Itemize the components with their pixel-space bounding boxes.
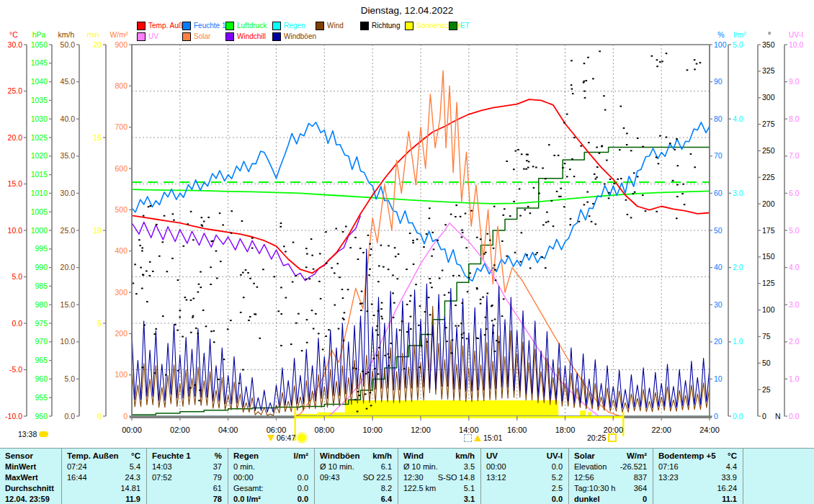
svg-text:500: 500 xyxy=(115,205,128,214)
svg-text:08:00: 08:00 xyxy=(315,426,335,434)
svg-text:950: 950 xyxy=(35,412,48,420)
svg-text:10.0: 10.0 xyxy=(789,40,804,49)
col-unit: km/h xyxy=(372,451,392,460)
svg-text:UV-I: UV-I xyxy=(789,30,803,39)
svg-text:15: 15 xyxy=(93,133,102,142)
svg-text:2.0: 2.0 xyxy=(789,337,800,346)
svg-text:18:00: 18:00 xyxy=(555,426,576,434)
svg-text:400: 400 xyxy=(115,246,128,255)
table-cell-row: 13:125.2 xyxy=(481,472,568,483)
svg-text:3.0: 3.0 xyxy=(733,189,743,197)
svg-text:30.0: 30.0 xyxy=(61,189,76,197)
svg-text:20: 20 xyxy=(714,337,723,346)
cell-label: 07:24 xyxy=(67,462,87,471)
table-row-label: 12.04. 23:59 xyxy=(0,493,61,504)
svg-text:2.0: 2.0 xyxy=(733,263,743,271)
svg-text:100: 100 xyxy=(115,370,128,379)
svg-text:5: 5 xyxy=(97,319,102,328)
cell-value: 78 xyxy=(213,495,222,503)
svg-text:325: 325 xyxy=(762,66,775,75)
svg-text:995: 995 xyxy=(35,244,48,253)
table-column-uv: UVUV-I00:000.013:125.22.50.0 xyxy=(481,449,569,504)
cell-value: 24.3 xyxy=(125,473,140,482)
table-cell-row: 14.81 xyxy=(62,482,146,493)
svg-text:900: 900 xyxy=(115,40,128,49)
svg-text:1045: 1045 xyxy=(31,58,48,67)
cell-label: 14:03 xyxy=(152,462,172,471)
row-label: MaxWert xyxy=(5,473,38,482)
svg-text:35.0: 35.0 xyxy=(61,151,76,160)
table-cell-row: 11.1 xyxy=(653,493,743,504)
row-label: MinWert xyxy=(5,462,36,471)
cell-value: 0 xyxy=(643,495,647,503)
moon-icon xyxy=(39,431,48,437)
sun-icon xyxy=(298,433,306,442)
svg-text:1020: 1020 xyxy=(31,151,48,160)
table-cell-row: Elevation-26.521 xyxy=(569,462,653,472)
cell-value: 11.1 xyxy=(722,495,737,503)
svg-text:45.0: 45.0 xyxy=(61,77,76,86)
row-label: Sensor xyxy=(5,451,33,460)
table-column-regen: Regenl/m²0 min.00:000.0Gesamt:0.00.0 l/m… xyxy=(228,449,315,504)
svg-text:1025: 1025 xyxy=(31,133,48,142)
col-name: Bodentemp +5 xyxy=(658,451,716,460)
table-cell-row: 16.24 xyxy=(653,482,743,493)
cell-value: 5.1 xyxy=(464,484,475,492)
cell-value: 5.2 xyxy=(552,473,563,482)
svg-text:30.0: 30.0 xyxy=(8,40,23,49)
cell-value: 837 xyxy=(634,473,647,482)
table-cell-row: dunkel0 xyxy=(569,493,653,504)
table-cell-row: 12:56837 xyxy=(569,472,653,483)
col-unit: l/m² xyxy=(294,451,308,460)
cell-value: 6.1 xyxy=(381,462,392,471)
svg-text:9.0: 9.0 xyxy=(789,77,800,86)
svg-text:20.0: 20.0 xyxy=(61,263,76,271)
table-cell-row: 12:30S-SO 14.8 xyxy=(398,472,480,483)
svg-text:600: 600 xyxy=(115,164,128,173)
table-cell-row: 11.9 xyxy=(62,493,146,504)
table-cell-row: 07:164.4 xyxy=(653,462,743,472)
svg-text:10:00: 10:00 xyxy=(362,426,383,434)
svg-text:15.0: 15.0 xyxy=(61,300,76,309)
svg-text:0: 0 xyxy=(714,412,718,420)
table-column-temp-au-en: Temp. Außen°C07:245.416:4424.314.8111.9 xyxy=(62,449,147,504)
col-name: Regen xyxy=(233,451,259,460)
table-col-header: Windkm/h xyxy=(398,450,480,462)
svg-text:25: 25 xyxy=(762,385,771,394)
svg-text:975: 975 xyxy=(35,319,48,328)
weather-chart: °C-10.0-5.00.05.010.015.020.025.030.0hPa… xyxy=(0,0,814,446)
cell-value: 0.0 xyxy=(552,462,563,471)
table-column-bodentemp-5: Bodentemp +5°C07:164.413:2333.916.2411.1 xyxy=(653,449,743,504)
cell-label: 07:52 xyxy=(152,473,172,482)
cell-value: S-SO 14.8 xyxy=(438,473,475,482)
table-column-solar: SolarW/m²Elevation-26.52112:56837Tag:10:… xyxy=(569,449,653,504)
svg-text:hPa: hPa xyxy=(32,30,46,39)
col-unit: °C xyxy=(728,451,737,460)
svg-text:4.0: 4.0 xyxy=(789,263,800,271)
svg-text:25.0: 25.0 xyxy=(8,86,23,95)
table-col-header: Temp. Außen°C xyxy=(62,450,146,462)
table-cell-row: Gesamt:0.0 xyxy=(228,482,314,493)
table-column-wind: Windkm/hØ 10 min.3.512:30S-SO 14.8122.5 … xyxy=(398,449,481,504)
svg-text:960: 960 xyxy=(35,374,48,383)
svg-text:10.0: 10.0 xyxy=(61,337,76,346)
svg-text:22:00: 22:00 xyxy=(651,426,671,434)
table-column-feuchte-1: Feuchte 1%14:033707:52796178 xyxy=(147,449,228,504)
cell-value: 0.0 xyxy=(298,495,308,503)
svg-text:200: 200 xyxy=(762,199,775,208)
svg-text:350: 350 xyxy=(762,40,775,49)
svg-text:10: 10 xyxy=(714,374,723,383)
col-name: Windböen xyxy=(320,451,359,460)
col-unit: °C xyxy=(131,451,140,460)
cell-label: 12:30 xyxy=(403,473,424,482)
moonset-marker: 13:38 xyxy=(18,429,48,439)
table-cell-row: 122.5 km5.1 xyxy=(398,482,480,493)
sunset-time: 20:25 xyxy=(587,433,606,442)
svg-text:80: 80 xyxy=(714,114,723,123)
svg-text:75: 75 xyxy=(762,332,771,341)
sunrise-time: 06:47 xyxy=(277,433,295,442)
svg-text:7.0: 7.0 xyxy=(789,151,800,160)
cell-value: 11.9 xyxy=(125,495,140,503)
col-name: Temp. Außen xyxy=(67,451,119,460)
cell-value: 364 xyxy=(634,484,647,492)
